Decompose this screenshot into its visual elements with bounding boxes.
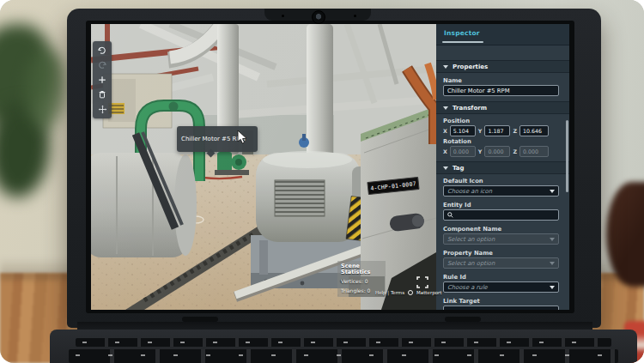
select-value: Select an option	[447, 260, 495, 267]
section-title: Transform	[453, 105, 487, 112]
stats-vertices: Vertices: 0	[341, 279, 382, 285]
section-title: Properties	[453, 64, 488, 70]
help-terms-links[interactable]: Help | Terms	[375, 290, 404, 295]
axis-z-label: Z	[513, 128, 517, 134]
tag-section-header[interactable]: Tag	[436, 161, 569, 174]
section-title: Tag	[453, 165, 465, 172]
axis-z-label: Z	[513, 148, 517, 154]
add-object-button[interactable]	[95, 73, 109, 86]
laptop-screen: Inspector Properties Name Transform Posi…	[91, 24, 569, 310]
matterport-logo-icon	[408, 290, 413, 295]
fullscreen-button[interactable]	[416, 275, 428, 287]
chevron-down-icon	[550, 238, 555, 241]
axis-y-label: Y	[478, 148, 483, 154]
rotation-label: Rotation	[443, 138, 471, 145]
keyboard-row	[69, 349, 618, 363]
search-icon	[447, 212, 453, 218]
laptop-photo: Inspector Properties Name Transform Posi…	[0, 0, 644, 363]
viewer-footer: Help | Terms Matterport	[375, 288, 441, 297]
collapse-caret-icon	[443, 166, 448, 170]
plus-icon	[98, 76, 106, 84]
rule-id-label: Rule Id	[443, 274, 466, 281]
mic-dot	[282, 15, 284, 17]
trash-icon	[98, 90, 106, 99]
select-value: Choose an icon	[447, 188, 492, 195]
name-input[interactable]	[443, 85, 559, 96]
tab-inspector[interactable]: Inspector	[444, 29, 480, 37]
component-name-select: Select an option	[443, 233, 559, 245]
rotation-z-input	[519, 146, 549, 157]
inspector-panel: Inspector Properties Name Transform Posi…	[436, 24, 569, 310]
position-label: Position	[443, 118, 470, 124]
name-label: Name	[443, 77, 462, 84]
fullscreen-icon	[416, 276, 428, 288]
collapse-caret-icon	[443, 106, 448, 110]
rotation-y-input	[484, 146, 510, 157]
scene-edit-toolbar	[93, 41, 112, 118]
collapse-caret-icon	[443, 65, 448, 69]
link-target-input[interactable]	[443, 306, 559, 310]
position-x-input[interactable]	[450, 125, 476, 136]
entity-id-search[interactable]	[443, 209, 559, 221]
select-value: Choose a rule	[447, 284, 488, 291]
chevron-down-icon	[550, 190, 555, 193]
entity-id-label: Entity Id	[443, 202, 471, 209]
tooltip-label: Chiller Motor #5 RPM	[181, 136, 246, 142]
active-tab-indicator	[442, 41, 483, 43]
axis-x-label: X	[443, 128, 447, 134]
component-name-label: Component Name	[443, 226, 501, 233]
chevron-down-icon	[550, 286, 555, 289]
rotation-row: X Y Z	[443, 146, 562, 157]
delete-button[interactable]	[95, 88, 109, 101]
rotation-x-input	[450, 146, 476, 157]
chevron-down-icon	[550, 262, 555, 265]
matterport-brand[interactable]: Matterport	[416, 290, 441, 295]
position-y-input[interactable]	[484, 125, 510, 136]
stats-title: Scene Statistics	[341, 263, 382, 275]
undo-icon	[98, 46, 106, 55]
properties-section-header[interactable]: Properties	[436, 60, 569, 73]
rule-id-select[interactable]: Choose a rule	[443, 281, 559, 293]
redo-icon	[98, 61, 106, 70]
property-name-label: Property Name	[443, 250, 493, 257]
link-target-label: Link Target	[443, 298, 480, 305]
transform-section-header[interactable]: Transform	[436, 101, 569, 114]
keyboard-function-row	[76, 338, 611, 347]
axis-x-label: X	[443, 148, 447, 154]
default-icon-select[interactable]: Choose an icon	[443, 185, 559, 197]
position-z-input[interactable]	[519, 125, 549, 136]
select-value: Select an option	[447, 236, 495, 243]
property-name-select: Select an option	[443, 257, 559, 269]
inspector-scrollbar[interactable]	[566, 120, 568, 192]
undo-button[interactable]	[95, 44, 109, 57]
mouse-cursor-icon	[237, 130, 248, 148]
move-icon	[98, 105, 107, 114]
move-tool-button[interactable]	[95, 103, 109, 116]
default-icon-label: Default Icon	[443, 178, 483, 185]
redo-button	[95, 58, 109, 71]
mic-dot	[354, 15, 356, 17]
webcam-lens	[312, 10, 325, 24]
axis-y-label: Y	[478, 128, 483, 134]
position-row: X Y Z	[443, 125, 562, 136]
